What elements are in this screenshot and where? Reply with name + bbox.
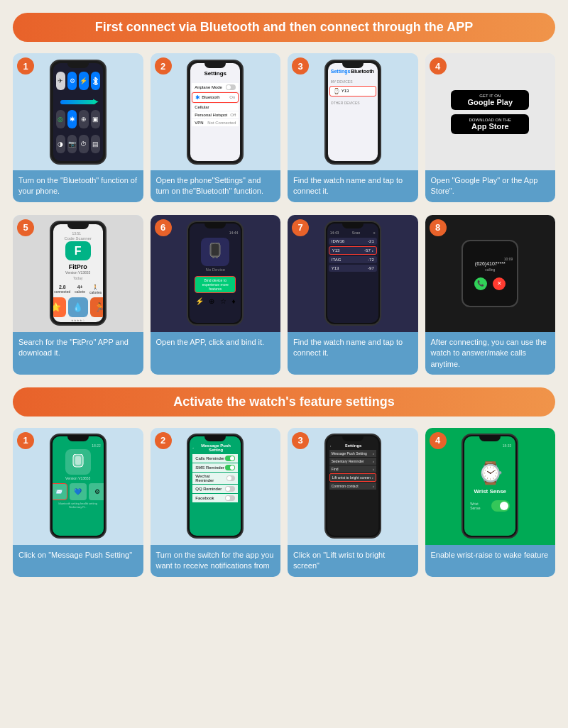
sms-toggle[interactable] — [225, 465, 235, 470]
activate-step-1-card: 1 18:22 — [13, 428, 143, 577]
step-1-image: 1 ✈ ⚙ ⚡ — [13, 53, 143, 170]
phone-notch-a3 — [342, 436, 364, 441]
section2-header: Activate the watch's feature settings — [13, 387, 555, 417]
watch-icon-a1 — [65, 449, 91, 475]
step-6-image: 6 14:44 — [151, 215, 281, 332]
step-1-desc: Turn on the "Bluetooth" function of your… — [13, 170, 143, 202]
step-7-card: 7 14:43 Scan ≡ IDW16 -21 — [288, 215, 418, 375]
steps-row-2: 5 13:51 Code Scanner F FitPro Version V1… — [13, 215, 555, 375]
calls-toggle[interactable] — [225, 456, 235, 461]
wechat-toggle[interactable] — [226, 475, 236, 481]
section1-title: First connect via Bluetooth and then con… — [95, 20, 473, 34]
bind-device-btn[interactable]: Bind device to experience more features — [195, 276, 236, 293]
find-row: Find › — [329, 465, 376, 473]
sms-row: SMS Reminder — [192, 463, 238, 472]
icon3a: ◑ — [56, 135, 65, 153]
google-play-button[interactable]: GET IT ON Google Play — [451, 90, 529, 110]
svg-rect-1 — [212, 244, 219, 255]
watch-icon-placeholder — [201, 238, 229, 266]
bluetooth-icon — [91, 72, 100, 90]
step-5-card: 5 13:51 Code Scanner F FitPro Version V1… — [13, 215, 143, 375]
step-1-phone: ✈ ⚙ ⚡ — [50, 60, 106, 165]
svg-rect-5 — [216, 257, 218, 258]
wrist-sense-icon: ⌚ — [477, 460, 503, 485]
activate-step-1-image: 1 18:22 — [13, 428, 143, 545]
wrist-sense-sublabel: Wrist Sense — [470, 502, 488, 510]
step-1-card: 1 ✈ ⚙ ⚡ — [13, 53, 143, 202]
step-5-phone: 13:51 Code Scanner F FitPro Version V136… — [50, 221, 106, 326]
vpn-row: VPN Not Connected — [192, 119, 239, 126]
step-2-screen: Settings Airplane Mode ✱ Bluetooth On — [190, 63, 240, 161]
activate-step-3-screen: ‹ Settings Message Push Setting › Sedent… — [327, 436, 378, 536]
device-idw16: IDW16 -21 — [329, 238, 377, 245]
bt-device-y13: ⌚ Y13 — [329, 86, 376, 96]
activate-step-1-screen: 18:22 Version V13653 — [53, 436, 104, 536]
icon-c: 🏃 — [90, 297, 103, 317]
phone-notch-5 — [67, 224, 89, 229]
activate-step-1-number: 1 — [17, 432, 34, 449]
airplane-toggle — [226, 84, 236, 90]
activate-step-3-phone: ‹ Settings Message Push Setting › Sedent… — [324, 434, 381, 539]
calls-row: Calls Reminder — [192, 454, 238, 463]
phone-notch-6 — [204, 224, 226, 228]
step-2-image: 2 Settings Airplane Mode ✱ — [151, 53, 281, 170]
phone-notch-7 — [342, 224, 364, 228]
step-3-card: 3 Settings Bluetooth MY DEVICES ⌚ — [288, 53, 418, 202]
activate-step-3-card: 3 ‹ Settings Message Push Setting — [288, 428, 418, 577]
facebook-toggle[interactable] — [225, 495, 235, 501]
step-7-number: 7 — [292, 219, 309, 236]
step-4-card: 4 GET IT ON Google Play Download on the … — [425, 53, 556, 202]
svg-rect-7 — [75, 456, 81, 465]
settings-icon: ⚙ — [89, 483, 104, 500]
activate-step-1-desc: Click on "Message Push Setting" — [13, 545, 143, 577]
call-number: (626)4107**** — [475, 261, 506, 266]
step-6-card: 6 14:44 — [151, 215, 281, 375]
wifi-icon: ⚙ — [67, 72, 77, 90]
step-3-screen: Settings Bluetooth MY DEVICES ⌚ Y13 OTHE… — [328, 63, 378, 161]
airplane-row: Airplane Mode — [192, 83, 239, 92]
icon-b: 💧 — [68, 297, 88, 317]
step-6-number: 6 — [155, 219, 172, 236]
activate-steps-row: 1 18:22 — [13, 428, 555, 577]
step-1-screen: ✈ ⚙ ⚡ — [53, 63, 103, 161]
phone-notch-a2 — [204, 436, 226, 441]
activate-step-2-phone: ‹ Message Push Setting Calls Reminder SM… — [187, 434, 244, 539]
call-decline-button[interactable]: ✕ — [493, 277, 506, 290]
bluetooth-screen: Settings Bluetooth MY DEVICES ⌚ Y13 OTHE… — [328, 63, 378, 161]
step-4-image: 4 GET IT ON Google Play Download on the … — [425, 53, 556, 170]
qq-toggle[interactable] — [225, 486, 235, 492]
hotspot-row: Personal Hotspot Off — [192, 111, 239, 118]
section2: Activate the watch's feature settings 1 … — [13, 387, 555, 577]
activate-step-3-image: 3 ‹ Settings Message Push Setting — [288, 428, 418, 545]
app-store-button[interactable]: Download on the App Store — [451, 114, 529, 134]
step-2-card: 2 Settings Airplane Mode ✱ — [151, 53, 281, 202]
icon-a: ⭐ — [53, 297, 66, 317]
health-icon: 💙 — [70, 483, 87, 500]
activate-step-2-card: 2 ‹ Message Push Setting Calls Reminder — [151, 428, 281, 577]
step-2-phone: Settings Airplane Mode ✱ Bluetooth On — [187, 60, 244, 165]
call-accept-button[interactable]: 📞 — [474, 277, 487, 290]
step-8-card: 8 10:09 (626)4107**** calling 📞 ✕ After … — [425, 215, 556, 375]
app-store-name: App Store — [458, 122, 522, 131]
device-y13[interactable]: Y13 -57 › — [329, 246, 377, 255]
wrist-screen: 18:33 ⌚ Wrist Sense Wrist Sense — [464, 436, 515, 536]
device-y13-2: Y13 -97 — [329, 265, 377, 272]
wechat-row: Wechat Reminder — [192, 473, 238, 484]
step-8-desc: After connecting, you can use the watch … — [425, 332, 556, 375]
lift-wrist-row[interactable]: Lift wrist to bright screen › — [329, 473, 376, 482]
fitpro-version: Version V13653 — [65, 270, 90, 275]
step-5-number: 5 — [17, 219, 34, 236]
msg-push-icon[interactable]: 📨 — [53, 483, 67, 500]
activate-step-3-number: 3 — [292, 432, 309, 449]
activate-step-3-desc: Click on "Lift wrist to bright screen" — [288, 545, 418, 577]
facebook-row: Facebook — [192, 494, 238, 502]
fitpro-name: FitPro — [69, 263, 87, 270]
qq-row: QQ Reminder — [192, 485, 238, 493]
activate-step-1-phone: 18:22 Version V13653 — [50, 434, 106, 539]
wrist-toggle[interactable] — [491, 500, 510, 512]
activate-step-4-card: 4 18:33 ⌚ Wrist Sense Wrist Sense — [425, 428, 556, 577]
phone-notch-a1 — [67, 436, 89, 441]
focus-icon: ⊕ — [79, 110, 88, 128]
icon3d: ▤ — [91, 135, 100, 153]
scan-label: Scan — [352, 231, 360, 235]
